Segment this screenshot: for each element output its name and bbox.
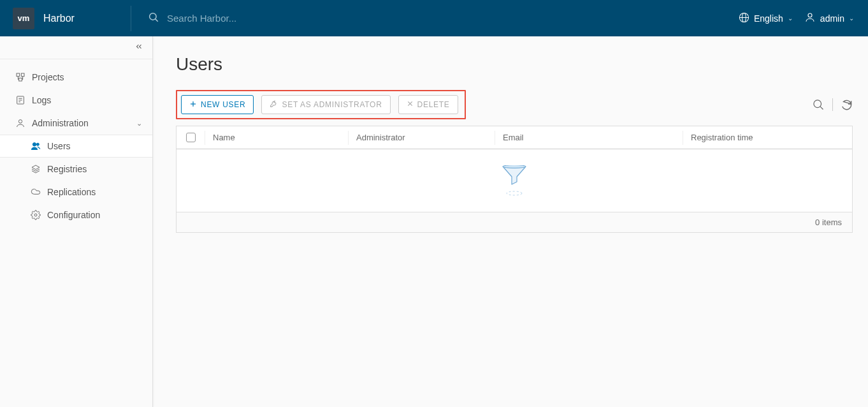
svg-point-28 (507, 191, 522, 195)
svg-point-27 (503, 165, 526, 168)
main-container: Projects Logs (0, 36, 868, 407)
svg-point-0 (150, 13, 157, 20)
app-header: vm Harbor English ⌄ (0, 0, 868, 36)
chevron-down-icon: ⌄ (849, 15, 854, 22)
set-admin-button[interactable]: SET AS ADMINISTRATOR (261, 95, 390, 114)
administration-icon (15, 118, 25, 128)
user-icon (804, 11, 816, 25)
user-menu[interactable]: admin ⌄ (804, 11, 854, 25)
sidebar-item-users[interactable]: Users (0, 135, 152, 158)
svg-rect-7 (21, 73, 24, 77)
registries-icon (31, 164, 41, 174)
sidebar-item-label: Users (47, 141, 71, 151)
sidebar-item-label: Projects (32, 72, 64, 82)
sidebar-item-label: Administration (32, 118, 89, 128)
search-toggle-button[interactable] (812, 98, 825, 111)
table-body (177, 149, 852, 212)
column-header-registration-time[interactable]: Registration time (683, 131, 852, 145)
page-title: Users (176, 54, 853, 75)
logo-icon: vm (13, 8, 34, 29)
toolbar-divider (832, 98, 833, 111)
refresh-button[interactable] (841, 99, 853, 111)
toolbar-right (812, 98, 853, 111)
header-divider (131, 6, 131, 31)
svg-line-1 (156, 19, 158, 22)
button-label: DELETE (417, 100, 450, 109)
chevron-down-icon: ⌄ (788, 15, 793, 22)
svg-rect-8 (19, 78, 22, 81)
sidebar-item-label: Logs (32, 95, 51, 105)
close-icon (407, 100, 414, 109)
search-icon (148, 11, 159, 25)
sidebar-item-registries[interactable]: Registries (0, 158, 152, 181)
projects-icon (15, 72, 25, 82)
table-footer: 0 items (177, 212, 852, 232)
toolbar: NEW USER SET AS ADMINISTRATOR (176, 90, 853, 119)
content-area: Users NEW USER (153, 36, 868, 407)
button-label: SET AS ADMINISTRATOR (282, 100, 382, 109)
chevron-down-icon: ⌄ (136, 119, 142, 128)
svg-point-18 (33, 143, 36, 146)
app-title: Harbor (43, 13, 75, 24)
column-header-name[interactable]: Name (205, 131, 348, 145)
svg-point-19 (36, 143, 39, 145)
delete-button[interactable]: DELETE (398, 95, 458, 114)
sidebar-item-label: Replications (47, 187, 96, 197)
sidebar-item-label: Configuration (47, 210, 100, 220)
logs-icon (15, 95, 25, 105)
sidebar-item-administration[interactable]: Administration ⌄ (0, 112, 152, 135)
new-user-button[interactable]: NEW USER (181, 95, 254, 114)
svg-point-5 (808, 13, 812, 17)
plus-icon (189, 100, 197, 110)
sidebar-item-replications[interactable]: Replications (0, 181, 152, 204)
users-icon (31, 141, 41, 151)
sidebar-collapse-row (0, 36, 152, 59)
svg-line-26 (820, 107, 823, 109)
nav-group: Projects Logs (0, 59, 152, 226)
users-table: Name Administrator Email Registration ti… (176, 126, 853, 233)
globe-icon (739, 12, 749, 25)
header-right: English ⌄ admin ⌄ (739, 11, 868, 25)
primary-action-group: NEW USER SET AS ADMINISTRATOR (176, 90, 466, 119)
language-label: English (754, 13, 783, 24)
sidebar-item-configuration[interactable]: Configuration (0, 204, 152, 226)
select-all-column (177, 131, 205, 145)
table-header-row: Name Administrator Email Registration ti… (177, 126, 852, 149)
search-section (139, 11, 739, 25)
svg-point-20 (34, 214, 37, 216)
sidebar-collapse-button[interactable] (134, 42, 143, 53)
sidebar-item-label: Registries (47, 164, 87, 174)
svg-point-17 (18, 120, 22, 123)
sidebar: Projects Logs (0, 36, 153, 407)
column-header-administrator[interactable]: Administrator (348, 131, 495, 145)
language-selector[interactable]: English ⌄ (739, 12, 793, 25)
column-header-email[interactable]: Email (495, 131, 683, 145)
sidebar-item-projects[interactable]: Projects (0, 66, 152, 89)
items-count: 0 items (815, 218, 842, 227)
empty-state-icon (502, 165, 527, 196)
wrench-icon (270, 100, 278, 110)
select-all-checkbox[interactable] (186, 133, 196, 142)
sidebar-item-logs[interactable]: Logs (0, 89, 152, 112)
configuration-icon (31, 210, 41, 220)
logo-section: vm Harbor (0, 8, 131, 29)
user-label: admin (820, 13, 844, 24)
search-input[interactable] (167, 13, 422, 24)
replications-icon (31, 187, 41, 197)
svg-rect-6 (17, 73, 20, 77)
button-label: NEW USER (201, 100, 245, 109)
svg-point-25 (814, 100, 821, 108)
